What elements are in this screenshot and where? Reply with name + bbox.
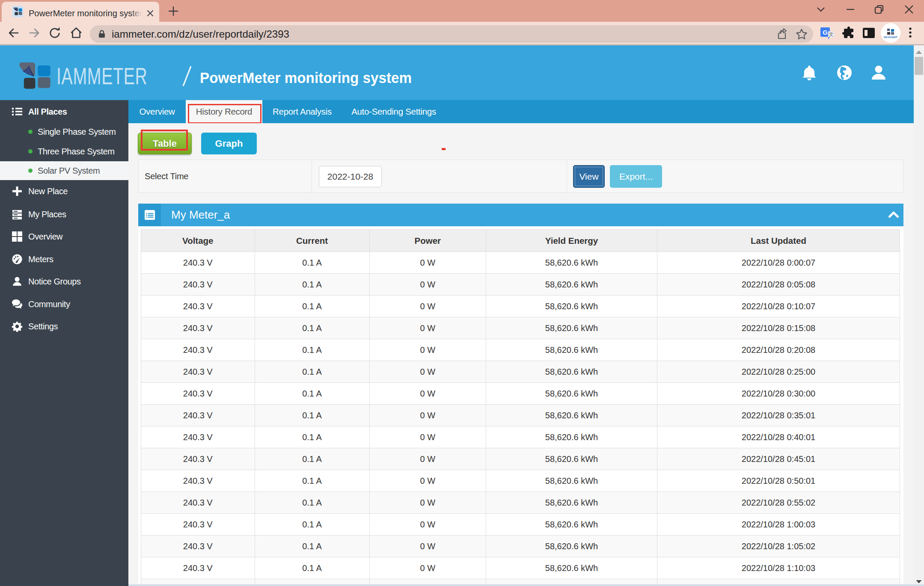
svg-text:文: 文 xyxy=(829,32,834,37)
svg-text:DEVICEBIT: DEVICEBIT xyxy=(884,36,897,38)
svg-text:G: G xyxy=(823,29,828,36)
